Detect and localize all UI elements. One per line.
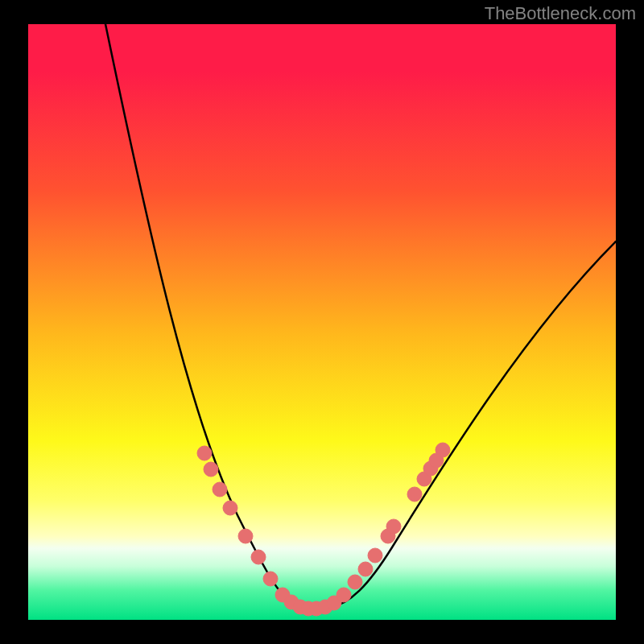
data-dots — [28, 24, 616, 620]
data-dot — [213, 482, 227, 497]
data-dot — [223, 501, 237, 515]
plot-area — [28, 24, 616, 620]
chart-stage: TheBottleneck.com — [0, 0, 644, 644]
data-dot — [204, 462, 218, 477]
data-dot — [358, 562, 373, 576]
data-dot — [238, 529, 253, 543]
data-dot — [386, 519, 401, 534]
attribution-text: TheBottleneck.com — [485, 3, 636, 24]
data-dot — [348, 575, 362, 589]
data-dot — [251, 550, 266, 564]
data-dot — [263, 572, 278, 586]
data-dot — [197, 446, 212, 460]
data-dot — [336, 588, 351, 602]
data-dot — [436, 443, 450, 457]
data-dot — [368, 548, 382, 563]
data-dot — [407, 487, 422, 502]
